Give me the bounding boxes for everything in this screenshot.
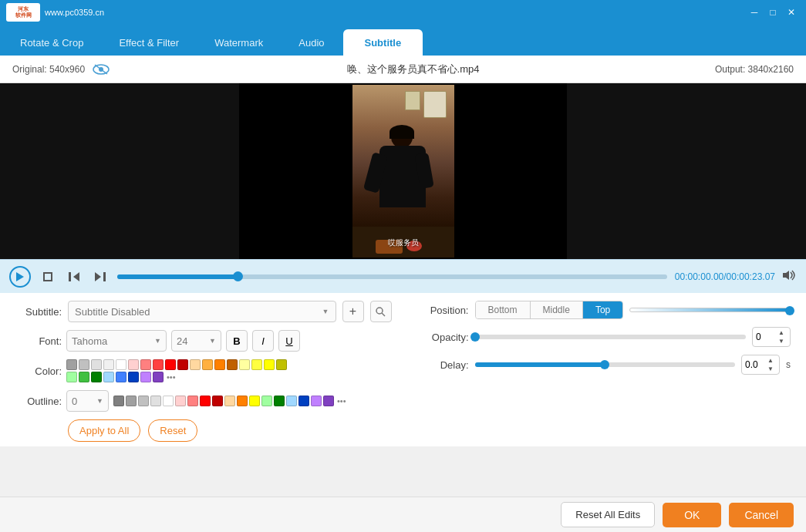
opacity-down-button[interactable]: ▼ [776,337,787,345]
apply-to-all-button[interactable]: Apply to All [68,419,140,442]
swatch-2[interactable] [79,359,89,370]
video-area: 哎服务员 [0,83,806,259]
swatch-14[interactable] [227,359,238,370]
out-swatch-13[interactable] [261,396,272,406]
progress-thumb [233,271,243,281]
out-swatch-18[interactable] [323,396,334,406]
play-button[interactable] [9,266,31,288]
position-slider-thumb [785,306,794,315]
out-swatch-10[interactable] [224,396,235,406]
swatch-10[interactable] [177,359,188,370]
bold-button[interactable]: B [226,330,248,352]
delay-row: Delay: 0.0 ▲ ▼ s [415,355,791,375]
swatch-1[interactable] [66,359,77,370]
out-swatch-5[interactable] [163,396,174,406]
ok-button[interactable]: OK [663,503,721,527]
out-swatch-8[interactable] [200,396,211,406]
tab-rotate-crop[interactable]: Rotate & Crop [3,29,100,56]
delay-up-button[interactable]: ▲ [765,356,776,365]
swatch-22[interactable] [103,372,114,382]
swatch-9[interactable] [165,359,176,370]
swatch-23[interactable] [116,372,126,382]
out-swatch-9[interactable] [212,396,223,406]
out-swatch-7[interactable] [187,396,198,406]
preview-toggle-icon[interactable] [91,62,111,76]
swatch-17[interactable] [264,359,275,370]
outline-select[interactable]: 0 ▼ [66,390,109,412]
swatch-11[interactable] [190,359,201,370]
swatch-12[interactable] [202,359,213,370]
opacity-up-button[interactable]: ▲ [776,328,787,337]
out-swatch-12[interactable] [249,396,260,406]
swatch-7[interactable] [140,359,151,370]
progress-bar[interactable] [117,274,667,279]
out-swatch-4[interactable] [150,396,161,406]
outline-more-button[interactable]: ••• [337,396,346,406]
out-swatch-15[interactable] [286,396,297,406]
reset-all-edits-button[interactable]: Reset All Edits [561,502,655,527]
font-size-select[interactable]: 24 ▼ [171,330,221,352]
tab-subtitle[interactable]: Subtitle [343,29,423,56]
search-subtitle-button[interactable] [370,301,392,322]
restore-button[interactable]: □ [764,5,781,20]
volume-button[interactable] [783,270,797,283]
opacity-slider[interactable] [475,335,747,339]
italic-button[interactable]: I [252,330,274,352]
swatch-4[interactable] [103,359,114,370]
svg-marker-8 [783,271,789,280]
swatch-3[interactable] [91,359,102,370]
add-subtitle-button[interactable]: + [342,301,364,322]
tab-watermark[interactable]: Watermark [197,29,280,56]
prev-frame-button[interactable] [65,268,83,286]
minimize-button[interactable]: ─ [746,5,763,20]
swatch-15[interactable] [239,359,250,370]
opacity-label: Opacity: [415,332,469,343]
swatch-24[interactable] [128,372,139,382]
position-middle-button[interactable]: Middle [531,301,583,318]
swatch-26[interactable] [153,372,164,382]
position-bottom-button[interactable]: Bottom [476,301,531,318]
swatch-13[interactable] [214,359,225,370]
color-label: Color: [15,365,62,377]
position-slider[interactable] [629,308,791,312]
controls-area: Subtitle: Subtitle Disabled ▼ + Font: Ta… [0,293,806,446]
swatch-25[interactable] [140,372,151,382]
swatch-20[interactable] [79,372,89,382]
next-frame-button[interactable] [91,268,110,286]
position-top-button[interactable]: Top [583,301,622,318]
swatch-21[interactable] [91,372,102,382]
swatch-19[interactable] [66,372,77,382]
out-swatch-16[interactable] [298,396,309,406]
tabs-bar: Rotate & Crop Effect & Filter Watermark … [0,25,806,56]
opacity-slider-thumb [470,332,480,342]
out-swatch-1[interactable] [113,396,124,406]
tab-audio[interactable]: Audio [282,29,341,56]
underline-button[interactable]: U [278,330,300,352]
out-swatch-14[interactable] [274,396,285,406]
cancel-button[interactable]: Cancel [729,503,794,527]
out-swatch-6[interactable] [175,396,186,406]
reset-button[interactable]: Reset [148,419,197,442]
original-size-label: Original: 540x960 [12,64,85,75]
subtitle-select[interactable]: Subtitle Disabled ▼ [68,301,336,322]
swatch-16[interactable] [251,359,262,370]
swatch-6[interactable] [128,359,139,370]
swatch-5[interactable] [116,359,126,370]
out-swatch-11[interactable] [237,396,248,406]
stop-button[interactable] [39,268,57,286]
tab-effect-filter[interactable]: Effect & Filter [102,29,196,56]
delay-down-button[interactable]: ▼ [765,365,776,373]
out-swatch-17[interactable] [311,396,322,406]
position-row: Position: Bottom Middle Top [415,301,791,319]
svg-point-9 [376,308,383,314]
delay-slider[interactable] [475,362,736,367]
color-more-button[interactable]: ••• [167,372,176,382]
output-size-label: Output: 3840x2160 [715,64,794,75]
out-swatch-3[interactable] [138,396,149,406]
font-select[interactable]: Tahoma ▼ [66,330,167,352]
close-button[interactable]: ✕ [783,5,800,20]
out-swatch-2[interactable] [126,396,137,406]
swatch-8[interactable] [153,359,164,370]
swatch-18[interactable] [276,359,287,370]
svg-marker-3 [16,272,24,281]
